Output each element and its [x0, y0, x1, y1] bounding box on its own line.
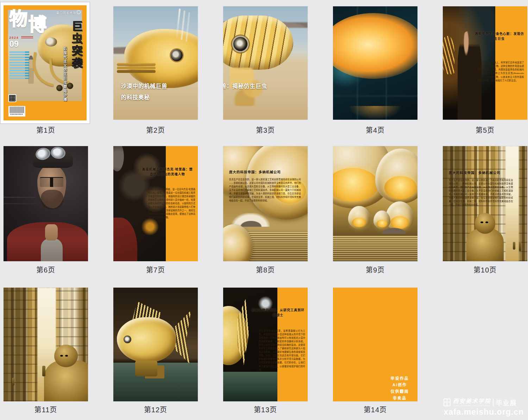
article-body: 这种仿生巨虫的发明者，是一位名叫杰克·哈里森的机械工程师。哈里森是一位在国际机械…: [148, 188, 195, 220]
glass-pod: [373, 211, 390, 229]
article-body: 仿生巨虫的设计初衷，是希里森赋以它为工具，来研究和探查沙漠这种极端炎热环境下的生…: [259, 329, 305, 372]
green-surface: [223, 372, 277, 401]
masthead: 物博: [10, 10, 46, 28]
notice-line: 毕设作品: [382, 375, 417, 382]
page-grid: 物博 厦门国家地理 巨虫突袭 后现代主义仿生巨虫登陆沙滩 2024 09: [0, 0, 528, 420]
article-heading: 庞大的科技帝国：多纳机械公司: [229, 170, 297, 175]
page11-artwork: [4, 288, 88, 401]
article-heading: 高级机械工程师杰克·哈里森：塑造仿生巨虫的灵魂人物: [140, 167, 195, 177]
walking-figure: [42, 366, 45, 376]
spread-title-right: 兽：揭秘仿生巨虫: [223, 82, 267, 89]
page-thumbnail-13[interactable]: 机械生物的用途：从研究工具到环保战士 仿生巨虫的设计初衷，是希里森赋以它为工具，…: [223, 288, 308, 401]
page-thumbnail-4[interactable]: [333, 6, 417, 120]
qr-code-pattern: [9, 95, 15, 101]
notice-line: 非卖品: [382, 395, 417, 401]
page-thumbnail-7[interactable]: 高级机械工程师杰克·哈里森：塑造仿生巨虫的灵魂人物 这种仿生巨虫的发明者，是一位…: [113, 146, 198, 261]
spread-title-left-line2: 的科技奥秘: [121, 93, 150, 101]
academy-name-cn: 西安美术学院: [453, 399, 491, 404]
golden-fish-tail: [392, 38, 417, 88]
page-thumbnail-14[interactable]: 毕设作品 AI创作 仅供翻阅 非卖品: [333, 288, 417, 401]
reflective-floor: [333, 236, 417, 261]
magazine-cover: 物博 厦门国家地理 巨虫突袭 后现代主义仿生巨虫登陆沙滩 2024 09: [4, 5, 87, 120]
page-label: 第1页: [4, 125, 88, 135]
page-thumbnail-6[interactable]: [4, 146, 88, 261]
workshop-shelf: [4, 197, 36, 198]
glass-pod: [348, 206, 370, 229]
red-shirt-shoulder: [113, 218, 137, 261]
neck: [45, 224, 58, 240]
site-watermark: 西安美术学院 XI'AN ACADEMY OF FINE ARTS 毕业展 xa…: [444, 398, 524, 417]
selected-page-frame[interactable]: 物博 厦门国家地理 巨虫突袭 后现代主义仿生巨虫登陆沙滩 2024 09: [0, 2, 90, 124]
page-thumbnail-8[interactable]: 庞大的科技帝国：多纳机械公司 负责生产仿生巨虫的，是一家以其精湛工艺和创新思维而…: [223, 146, 308, 261]
page-thumbnail-9[interactable]: [333, 146, 417, 261]
page-thumbnail-10[interactable]: 庞大的科技帝国：多纳机械公司 负责生产仿生巨虫的，是一家以其精湛工艺和创新思维而…: [443, 146, 527, 261]
exhibition-label: 毕业展: [496, 398, 517, 407]
fish-reflection: [348, 106, 402, 120]
page3-artwork: 兽：揭秘仿生巨虫: [223, 6, 308, 120]
page2-artwork: 沙漠中的机械巨兽 的科技奥秘: [113, 6, 198, 120]
page14-artwork: 毕设作品 AI创作 仅供翻阅 非卖品: [333, 288, 417, 401]
robot-eyes: [60, 355, 63, 357]
golden-robot-head: [54, 345, 78, 368]
page12-artwork: [113, 288, 198, 401]
cover-story-subtitle: 后现代主义仿生巨虫登陆沙滩: [62, 47, 68, 102]
cover-insect-eye: [45, 37, 57, 46]
page6-artwork: [4, 146, 88, 261]
page-thumbnail-2[interactable]: 沙漠中的机械巨兽 的科技奥秘: [113, 6, 198, 120]
article-heading: 机械生物的用途：从研究工具到环保战士: [251, 308, 305, 318]
page-label: 第2页: [113, 125, 198, 135]
masthead-char: 博: [29, 15, 47, 34]
mech-insect-snout: [117, 63, 156, 66]
cover-issuer: 厦门国家地理: [56, 10, 81, 14]
cover-contents-text-bars-overlay: [10, 51, 25, 79]
article-body: 在沙漠的无尽之地上，科学家们意外地发现了一种令人惊讶的生物。这种生物的外壳是由透…: [477, 61, 524, 83]
golden-robot-head: [475, 213, 495, 234]
page9-artwork: [333, 146, 417, 261]
pod-glow: [333, 168, 378, 202]
issuer-logo-icon: [77, 10, 81, 14]
beard: [41, 190, 64, 209]
page4-artwork: [333, 6, 417, 120]
watermark-url: xafa.meishu.org.cn: [444, 407, 524, 417]
page-label: 第10页: [443, 264, 527, 275]
spread-title-left: 沙漠中的机械巨兽: [121, 82, 168, 89]
distant-mountain: [238, 220, 264, 227]
barcode: [8, 106, 25, 117]
academy-name-en: XI'AN ACADEMY OF FINE ARTS: [453, 405, 491, 407]
engineer-head-silhouette: [113, 146, 124, 171]
page8-artwork: 庞大的科技帝国：多纳机械公司 负责生产仿生巨虫的，是一家以其精湛工艺和创新思维而…: [223, 146, 308, 261]
mech-insect-head: [124, 29, 198, 88]
page-label: 第4页: [333, 125, 417, 135]
page-thumbnail-11[interactable]: [4, 288, 88, 401]
page-thumbnail-1[interactable]: 物博 厦门国家地理 巨虫突袭 后现代主义仿生巨虫登陆沙滩 2024 09: [4, 5, 87, 120]
eyeglasses: [40, 177, 63, 187]
cover-year: 2024: [10, 36, 19, 39]
masthead-char: 物: [10, 10, 28, 28]
fish-mount-base: [135, 361, 157, 376]
barcode-digits: [11, 114, 23, 115]
page-label: 第3页: [223, 125, 308, 135]
page13-artwork: 机械生物的用途：从研究工具到环保战士 仿生巨虫的设计初衷，是希里森赋以它为工具，…: [223, 288, 308, 401]
watermark-divider: [493, 399, 494, 406]
page-label: 第6页: [4, 264, 88, 275]
page-thumbnail-3[interactable]: 兽：揭秘仿生巨虫: [223, 6, 308, 120]
notice-line: 仅供翻阅: [382, 388, 417, 395]
back-cover-notice: 毕设作品 AI创作 仅供翻阅 非卖品: [382, 375, 417, 401]
page-label: 第11页: [4, 404, 88, 414]
cover-issue-number: 09: [10, 39, 19, 49]
page-label: 第5页: [443, 125, 527, 135]
page5-artwork: 透明甲壳下的金色心脏：发现仿生巨虫 在沙漠的无尽之地上，科学家们意外地发现了一种…: [443, 6, 527, 120]
walking-figure: [12, 378, 14, 385]
page-thumbnail-5[interactable]: 透明甲壳下的金色心脏：发现仿生巨虫 在沙漠的无尽之地上，科学家们意外地发现了一种…: [443, 6, 527, 120]
page-label: 第8页: [223, 264, 308, 275]
page-thumbnail-12[interactable]: [113, 288, 198, 401]
golden-fish-fin: [443, 36, 454, 74]
gray-tshirt: [41, 238, 63, 261]
fish-eye: [124, 336, 131, 343]
article-heading: 庞大的科技帝国：多纳机械公司: [449, 170, 518, 175]
academy-seal-icon: [444, 399, 451, 406]
page-label: 第9页: [333, 264, 417, 275]
academy-name: 西安美术学院 XI'AN ACADEMY OF FINE ARTS: [453, 399, 491, 407]
cover-date-text-bars: [21, 36, 33, 39]
mech-insect-eye: [233, 37, 247, 51]
